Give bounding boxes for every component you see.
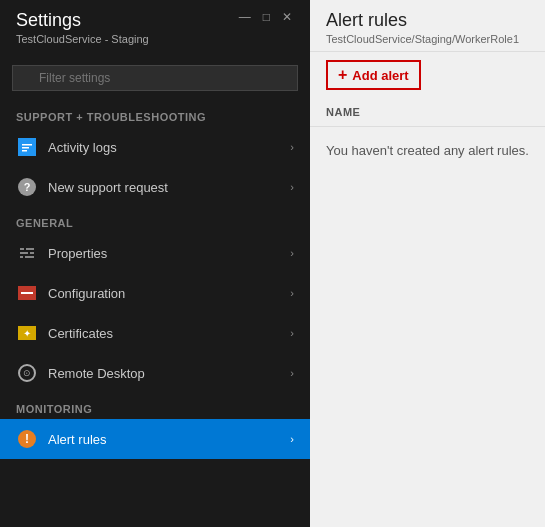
alert-rules-subtitle: TestCloudService/Staging/WorkerRole1 [326, 33, 529, 45]
remote-desktop-label: Remote Desktop [48, 366, 290, 381]
configuration-label: Configuration [48, 286, 290, 301]
alert-rules-title: Alert rules [326, 10, 529, 31]
add-alert-label: Add alert [352, 68, 408, 83]
new-support-label: New support request [48, 180, 290, 195]
settings-header: Settings TestCloudService - Staging — □ … [0, 0, 310, 55]
sidebar-item-alert-rules[interactable]: ! Alert rules › [0, 419, 310, 459]
section-label-monitoring: MONITORING [0, 393, 310, 419]
certificates-label: Certificates [48, 326, 290, 341]
remote-desktop-chevron: › [290, 367, 294, 379]
alert-rules-label: Alert rules [48, 432, 290, 447]
section-label-general: GENERAL [0, 207, 310, 233]
certificates-icon: ✦ [16, 322, 38, 344]
alert-rules-toolbar: + Add alert [310, 52, 545, 98]
new-support-icon: ? [16, 176, 38, 198]
window-controls: — □ ✕ [237, 10, 294, 24]
settings-content: SUPPORT + TROUBLESHOOTING Activity logs … [0, 101, 310, 527]
add-icon: + [338, 66, 347, 84]
alert-rules-empty-message: You haven't created any alert rules. [310, 127, 545, 174]
remote-desktop-icon: ⊙ [16, 362, 38, 384]
sidebar-item-certificates[interactable]: ✦ Certificates › [0, 313, 310, 353]
new-support-chevron: › [290, 181, 294, 193]
activity-logs-icon [16, 136, 38, 158]
sidebar-item-new-support[interactable]: ? New support request › [0, 167, 310, 207]
settings-header-left: Settings TestCloudService - Staging [16, 10, 149, 55]
settings-panel: Settings TestCloudService - Staging — □ … [0, 0, 310, 527]
configuration-icon [16, 282, 38, 304]
settings-subtitle: TestCloudService - Staging [16, 33, 149, 45]
alert-rules-chevron: › [290, 433, 294, 445]
alert-rules-table-header: NAME [310, 98, 545, 127]
settings-title: Settings [16, 10, 149, 31]
add-alert-button[interactable]: + Add alert [326, 60, 421, 90]
sidebar-item-remote-desktop[interactable]: ⊙ Remote Desktop › [0, 353, 310, 393]
properties-label: Properties [48, 246, 290, 261]
properties-chevron: › [290, 247, 294, 259]
alert-rules-icon: ! [16, 428, 38, 450]
close-button[interactable]: ✕ [280, 10, 294, 24]
svg-rect-1 [22, 147, 29, 149]
alert-rules-panel: Alert rules TestCloudService/Staging/Wor… [310, 0, 545, 527]
maximize-button[interactable]: □ [261, 10, 272, 24]
sidebar-item-configuration[interactable]: Configuration › [0, 273, 310, 313]
activity-logs-label: Activity logs [48, 140, 290, 155]
sidebar-item-properties[interactable]: Properties › [0, 233, 310, 273]
svg-rect-2 [22, 150, 27, 152]
alert-rules-header: Alert rules TestCloudService/Staging/Wor… [310, 0, 545, 52]
search-container: 🔍 [0, 55, 310, 101]
section-label-support: SUPPORT + TROUBLESHOOTING [0, 101, 310, 127]
certificates-chevron: › [290, 327, 294, 339]
properties-icon [16, 242, 38, 264]
configuration-chevron: › [290, 287, 294, 299]
svg-rect-0 [22, 144, 32, 146]
search-input[interactable] [12, 65, 298, 91]
activity-logs-chevron: › [290, 141, 294, 153]
minimize-button[interactable]: — [237, 10, 253, 24]
search-wrapper: 🔍 [12, 65, 298, 91]
sidebar-item-activity-logs[interactable]: Activity logs › [0, 127, 310, 167]
